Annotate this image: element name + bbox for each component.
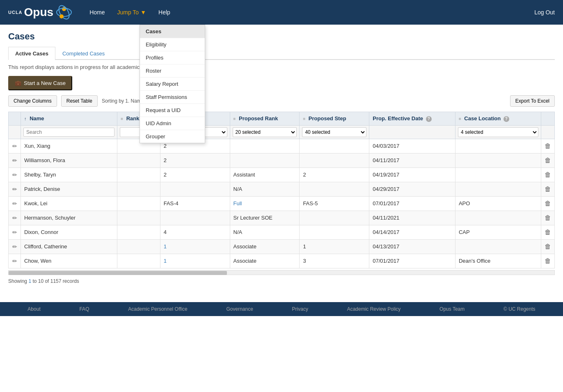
- cases-table: ↑ Name ≡ Rank ≡ Current Step ≡ Proposed …: [8, 112, 555, 268]
- delete-icon[interactable]: 🗑: [545, 171, 551, 178]
- delete-icon[interactable]: 🗑: [545, 214, 551, 221]
- prop-eff-date-help-icon[interactable]: ?: [426, 116, 432, 122]
- rank-cell: [117, 182, 160, 196]
- logo: UCLA Opus: [8, 3, 73, 21]
- table-row: ✏Kwok, LeiFAS-4FullFAS-507/01/2017APO🗑: [9, 196, 555, 211]
- edit-icon[interactable]: ✏: [12, 215, 17, 221]
- name-cell: Chow, Wen: [21, 254, 117, 268]
- dropdown-item-roster[interactable]: Roster: [140, 64, 205, 78]
- footer-arp[interactable]: Academic Review Policy: [347, 306, 401, 312]
- case-location-cell: [455, 167, 541, 182]
- delete-icon[interactable]: 🗑: [545, 243, 551, 250]
- delete-icon[interactable]: 🗑: [545, 157, 551, 164]
- prop-eff-date-cell: 04/13/2017: [369, 239, 455, 254]
- prop-eff-date-cell: 04/03/2017: [369, 139, 455, 153]
- footer-governance[interactable]: Governance: [226, 306, 253, 312]
- page-start-link[interactable]: 1: [28, 278, 31, 284]
- edit-icon-cell: ✏: [9, 239, 21, 254]
- dropdown-item-profiles[interactable]: Profiles: [140, 51, 205, 64]
- delete-icon-cell: 🗑: [541, 153, 555, 167]
- col-proposed-step[interactable]: ≡ Proposed Step: [300, 112, 369, 126]
- edit-icon-cell: ✏: [9, 139, 21, 153]
- table-row: ✏Shelby, Taryn2Assistant204/19/2017🗑: [9, 167, 555, 182]
- edit-icon[interactable]: ✏: [12, 243, 17, 250]
- proposed-step-cell: [300, 182, 369, 196]
- delete-icon[interactable]: 🗑: [545, 229, 551, 236]
- dropdown-item-cases[interactable]: Cases: [140, 25, 205, 38]
- delete-icon[interactable]: 🗑: [545, 257, 551, 264]
- col-prop-eff-date[interactable]: Prop. Effective Date ?: [369, 112, 455, 126]
- case-location-cell: [455, 239, 541, 254]
- footer-apo[interactable]: Academic Personnel Office: [128, 306, 188, 312]
- prop-eff-date-cell: 04/11/2021: [369, 211, 455, 225]
- dropdown-item-salary-report[interactable]: Salary Report: [140, 78, 205, 91]
- name-cell: Xun, Xiang: [21, 139, 117, 153]
- proposed-step-cell: [300, 139, 369, 153]
- proposed-step-filter-select[interactable]: 40 selected: [302, 127, 366, 137]
- case-location-help-icon[interactable]: ?: [503, 116, 509, 122]
- filter-proposed-rank-icon: ≡: [233, 117, 236, 121]
- tab-completed-cases[interactable]: Completed Cases: [55, 47, 112, 60]
- edit-icon[interactable]: ✏: [12, 186, 17, 193]
- jump-to-dropdown: Cases Eligibility Profiles Roster Salary…: [140, 25, 205, 143]
- footer-privacy[interactable]: Privacy: [292, 306, 308, 312]
- delete-icon[interactable]: 🗑: [545, 200, 551, 207]
- case-location-cell: [455, 211, 541, 225]
- logo-icon: [55, 3, 73, 21]
- name-search-input[interactable]: [23, 128, 114, 137]
- report-description: This report displays actions in progress…: [8, 64, 555, 70]
- dropdown-item-eligibility[interactable]: Eligibility: [140, 38, 205, 51]
- dropdown-item-uid-admin[interactable]: UID Admin: [140, 117, 205, 130]
- case-location-filter-select[interactable]: 4 selected: [458, 127, 538, 137]
- rank-cell: [117, 239, 160, 254]
- proposed-step-cell: [300, 211, 369, 225]
- scrollbar-thumb[interactable]: [9, 271, 227, 275]
- horizontal-scrollbar[interactable]: [8, 270, 555, 275]
- dropdown-item-grouper[interactable]: Grouper: [140, 130, 205, 143]
- current-step-cell: 1: [160, 239, 230, 254]
- edit-icon[interactable]: ✏: [12, 172, 17, 178]
- footer-faq[interactable]: FAQ: [79, 306, 89, 312]
- export-to-excel-button[interactable]: Export To Excel: [510, 95, 555, 107]
- delete-icon[interactable]: 🗑: [545, 186, 551, 193]
- prop-eff-date-cell: 04/14/2017: [369, 225, 455, 239]
- rank-cell: [117, 153, 160, 167]
- edit-icon[interactable]: ✏: [12, 143, 17, 149]
- footer-opus-team[interactable]: Opus Team: [439, 306, 465, 312]
- name-cell: Kwok, Lei: [21, 196, 117, 211]
- nav-home[interactable]: Home: [89, 9, 105, 16]
- edit-icon[interactable]: ✏: [12, 200, 17, 207]
- nav-help[interactable]: Help: [158, 9, 170, 16]
- rank-cell: [117, 211, 160, 225]
- edit-icon[interactable]: ✏: [12, 157, 17, 164]
- table-row: ✏Chow, Wen1Associate307/01/2017Dean's Of…: [9, 254, 555, 268]
- start-new-case-button[interactable]: 💼 Start a New Case: [8, 76, 72, 90]
- logout-button[interactable]: Log Out: [534, 9, 555, 16]
- footer-about[interactable]: About: [27, 306, 40, 312]
- proposed-rank-cell: [230, 153, 300, 167]
- proposed-rank-cell: Associate: [230, 254, 300, 268]
- rank-cell: [117, 225, 160, 239]
- proposed-step-cell: 3: [300, 254, 369, 268]
- nav-jump-to[interactable]: Jump To ▼: [117, 9, 146, 16]
- case-location-cell: [455, 153, 541, 167]
- col-case-location[interactable]: ≡ Case Location ?: [455, 112, 541, 126]
- name-cell: Williamson, Flora: [21, 153, 117, 167]
- dropdown-item-request-uid[interactable]: Request a UID: [140, 104, 205, 117]
- delete-icon[interactable]: 🗑: [545, 142, 551, 149]
- reset-table-button[interactable]: Reset Table: [61, 95, 98, 107]
- table-header-row: ↑ Name ≡ Rank ≡ Current Step ≡ Proposed …: [9, 112, 555, 126]
- current-step-cell: [160, 211, 230, 225]
- proposed-rank-filter-select[interactable]: 20 selected: [233, 127, 297, 137]
- proposed-rank-cell: Assistant: [230, 167, 300, 182]
- tab-active-cases[interactable]: Active Cases: [8, 47, 55, 60]
- col-proposed-rank[interactable]: ≡ Proposed Rank: [230, 112, 300, 126]
- table-row: ✏Patrick, DeniseN/A04/29/2017🗑: [9, 182, 555, 196]
- change-columns-button[interactable]: Change Columns: [8, 95, 57, 107]
- app-header: UCLA Opus Home Jump To ▼ Help Log Out Ca…: [0, 0, 563, 25]
- edit-icon[interactable]: ✏: [12, 258, 17, 264]
- col-name[interactable]: ↑ Name: [21, 112, 117, 126]
- filter-rank-icon: ≡: [121, 117, 123, 121]
- edit-icon[interactable]: ✏: [12, 229, 17, 236]
- dropdown-item-staff-permissions[interactable]: Staff Permissions: [140, 91, 205, 104]
